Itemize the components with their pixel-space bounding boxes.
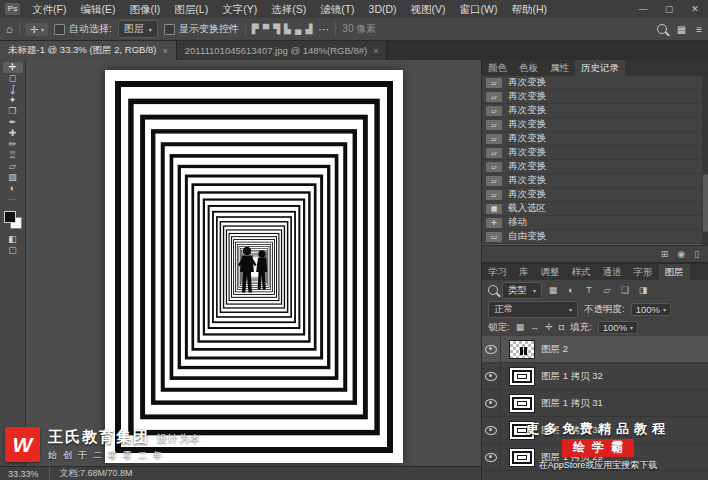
foreground-color-swatch[interactable]: [4, 211, 16, 223]
menu-item-window[interactable]: 窗口(W): [453, 0, 505, 18]
search-icon[interactable]: [657, 24, 667, 34]
align-center-icon[interactable]: ▀: [263, 24, 269, 34]
layer-visibility-toggle[interactable]: [482, 336, 501, 362]
history-step[interactable]: ▱再次变换: [482, 104, 708, 118]
screen-mode-button[interactable]: ▢: [3, 245, 23, 256]
menu-item-edit[interactable]: 编辑(E): [73, 0, 122, 18]
tab-learn[interactable]: 学习: [482, 264, 513, 280]
menu-item-image[interactable]: 图像(I): [122, 0, 167, 18]
layer-visibility-toggle[interactable]: [482, 363, 501, 389]
blend-mode-dropdown[interactable]: 正常 ▾: [488, 301, 578, 318]
menu-item-type[interactable]: 文字(Y): [215, 0, 264, 18]
align-right-icon[interactable]: ▜: [273, 24, 280, 34]
document-size-info[interactable]: 文档:7.68M/70.8M: [60, 467, 133, 480]
tab-styles[interactable]: 样式: [566, 264, 597, 280]
history-step[interactable]: ▭自由变换: [482, 230, 708, 244]
move-tool[interactable]: ✛: [3, 62, 23, 73]
filter-pixel-layers-icon[interactable]: ▦: [546, 285, 560, 295]
tab-properties[interactable]: 属性: [544, 60, 575, 76]
history-step[interactable]: ▱再次变换: [482, 132, 708, 146]
panel-menu-icon[interactable]: ≡: [696, 24, 702, 35]
more-tools-icon[interactable]: ⋯: [9, 196, 17, 204]
history-step[interactable]: ▱再次变换: [482, 188, 708, 202]
layer-thumbnail[interactable]: [509, 448, 535, 467]
lasso-tool[interactable]: ʆ: [3, 84, 23, 95]
filter-type-dropdown[interactable]: 类型 ▾: [502, 282, 542, 299]
auto-select-target-dropdown[interactable]: 图层 ▾: [118, 20, 158, 38]
layer-thumbnail[interactable]: [509, 340, 535, 359]
current-tool-indicator[interactable]: ✛ ▾: [26, 23, 48, 36]
canvas-pasteboard[interactable]: [27, 60, 481, 466]
delete-state-icon[interactable]: ▯: [694, 249, 699, 259]
tab-libraries[interactable]: 库: [513, 264, 535, 280]
history-step[interactable]: ✛移动: [482, 216, 708, 230]
close-icon[interactable]: ×: [373, 46, 378, 56]
marquee-tool[interactable]: ◻: [3, 73, 23, 84]
clone-stamp-tool[interactable]: ♖: [3, 150, 23, 161]
align-top-icon[interactable]: ▙: [284, 24, 291, 34]
history-step[interactable]: ▱再次变换: [482, 174, 708, 188]
show-transform-checkbox[interactable]: 显示变换控件: [164, 22, 239, 36]
tab-channels[interactable]: 通道: [597, 264, 628, 280]
lock-transparency-icon[interactable]: ▦: [516, 322, 525, 332]
layer-row[interactable]: 图层 2: [482, 336, 708, 363]
new-snapshot-icon[interactable]: ◉: [677, 249, 685, 259]
filter-toggle-icon[interactable]: ◨: [636, 285, 650, 295]
healing-tool[interactable]: ✚: [3, 128, 23, 139]
minimize-button[interactable]: —: [630, 0, 656, 18]
menu-item-layer[interactable]: 图层(L): [167, 0, 215, 18]
lock-all-icon[interactable]: ◘: [559, 322, 564, 332]
menu-item-view[interactable]: 视图(V): [404, 0, 453, 18]
home-icon[interactable]: ⌂: [6, 23, 13, 35]
doc-tab-jpg[interactable]: 20111101045613407.jpg @ 148%(RGB/8#) ×: [177, 41, 388, 60]
filter-shape-layers-icon[interactable]: ▱: [600, 285, 614, 295]
maximize-button[interactable]: ▢: [656, 0, 682, 18]
quick-select-tool[interactable]: ✦: [3, 95, 23, 106]
gradient-tool[interactable]: ▨: [3, 172, 23, 183]
menu-item-select[interactable]: 选择(S): [264, 0, 313, 18]
fill-field[interactable]: 100% ▾: [598, 321, 638, 334]
close-icon[interactable]: ×: [162, 46, 167, 56]
close-button[interactable]: ✕: [682, 0, 708, 18]
history-step[interactable]: ▱再次变换: [482, 76, 708, 90]
menu-item-3d[interactable]: 3D(D): [362, 0, 404, 18]
lock-position-icon[interactable]: ✛: [545, 322, 553, 332]
layer-row[interactable]: 图层 1 拷贝 30: [482, 417, 708, 444]
tab-color[interactable]: 颜色: [482, 60, 513, 76]
filter-adjustment-layers-icon[interactable]: ◐: [564, 285, 578, 295]
scrollbar-thumb[interactable]: [703, 174, 708, 232]
align-middle-icon[interactable]: ▄: [295, 24, 301, 34]
tab-layers[interactable]: 图层: [659, 264, 690, 280]
layer-thumbnail[interactable]: [509, 394, 535, 413]
layer-visibility-toggle[interactable]: [482, 444, 501, 470]
document-canvas[interactable]: [105, 70, 403, 463]
brush-tool[interactable]: ✏: [3, 139, 23, 150]
workspace-icon[interactable]: ▦: [677, 24, 686, 35]
zoom-level[interactable]: 33.33%: [8, 469, 39, 479]
align-left-icon[interactable]: ▛: [252, 24, 259, 34]
history-step[interactable]: ▦载入选区: [482, 202, 708, 216]
opacity-field[interactable]: 100% ▾: [631, 303, 671, 316]
tab-glyphs[interactable]: 字形: [628, 264, 659, 280]
history-step[interactable]: ▱再次变换: [482, 90, 708, 104]
filter-smart-objects-icon[interactable]: ❏: [618, 285, 632, 295]
new-doc-from-state-icon[interactable]: ⊞: [661, 249, 669, 259]
more-options-icon[interactable]: ⋯: [318, 23, 329, 36]
layer-visibility-toggle[interactable]: [482, 390, 501, 416]
auto-select-checkbox[interactable]: 自动选择:: [54, 22, 112, 36]
layer-visibility-toggle[interactable]: [482, 417, 501, 443]
dodge-tool[interactable]: ◐: [3, 183, 23, 194]
history-step[interactable]: ▱再次变换: [482, 146, 708, 160]
menu-item-file[interactable]: 文件(F): [25, 0, 73, 18]
color-swatches[interactable]: [4, 211, 22, 229]
menu-item-help[interactable]: 帮助(H): [505, 0, 555, 18]
layer-row[interactable]: 图层 1 拷贝 31: [482, 390, 708, 417]
history-step[interactable]: ▱再次变换: [482, 118, 708, 132]
filter-type-layers-icon[interactable]: T: [582, 285, 596, 295]
quick-mask-button[interactable]: ◧: [3, 234, 23, 245]
layer-row[interactable]: 图层 1 拷贝 29: [482, 444, 708, 471]
eyedropper-tool[interactable]: ✒: [3, 117, 23, 128]
history-scrollbar[interactable]: [702, 76, 708, 245]
history-step[interactable]: ▱再次变换: [482, 160, 708, 174]
eraser-tool[interactable]: ▱: [3, 161, 23, 172]
